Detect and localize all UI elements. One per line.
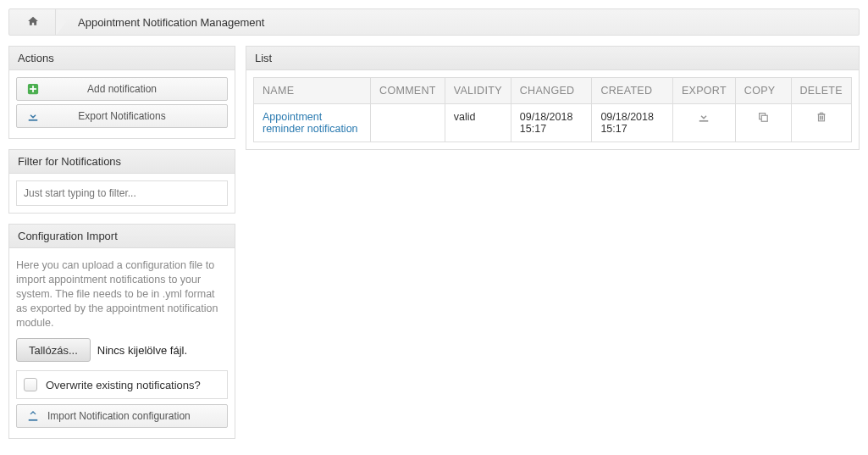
add-notification-button[interactable]: Add notification: [16, 77, 228, 101]
filter-input[interactable]: [16, 180, 228, 206]
overwrite-row[interactable]: Overwrite existing notifications?: [16, 370, 228, 399]
svg-rect-4: [29, 419, 38, 421]
table-header-row: NAME COMMENT VALIDITY CHANGED CREATED EX…: [254, 78, 852, 104]
actions-panel: Actions Add notification Export Notifica…: [8, 46, 235, 139]
home-icon: [27, 15, 39, 30]
actions-header: Actions: [9, 47, 235, 70]
delete-icon[interactable]: [815, 111, 827, 123]
page-title: Appointment Notification Management: [66, 16, 264, 29]
col-copy[interactable]: COPY: [735, 78, 791, 104]
add-notification-label: Add notification: [41, 83, 218, 95]
notification-table: NAME COMMENT VALIDITY CHANGED CREATED EX…: [253, 77, 852, 142]
filter-header: Filter for Notifications: [9, 150, 235, 174]
filter-panel: Filter for Notifications: [8, 149, 235, 214]
col-comment[interactable]: COMMENT: [371, 78, 445, 104]
col-name[interactable]: NAME: [254, 78, 371, 104]
col-delete[interactable]: DELETE: [791, 78, 851, 104]
svg-rect-5: [699, 120, 709, 122]
col-created[interactable]: CREATED: [592, 78, 673, 104]
col-changed[interactable]: CHANGED: [511, 78, 592, 104]
download-icon: [25, 110, 41, 122]
row-comment: [371, 104, 445, 142]
plus-icon: [25, 83, 41, 95]
breadcrumb: Appointment Notification Management: [8, 8, 860, 36]
table-row: Appointment reminder notification valid …: [254, 104, 852, 142]
breadcrumb-home[interactable]: [9, 9, 56, 35]
import-config-button[interactable]: Import Notification configuration: [16, 404, 228, 428]
overwrite-label: Overwrite existing notifications?: [46, 379, 201, 391]
upload-icon: [25, 410, 41, 422]
config-import-panel: Configuration Import Here you can upload…: [8, 224, 235, 439]
col-export[interactable]: EXPORT: [672, 78, 735, 104]
svg-rect-2: [30, 88, 36, 90]
export-icon[interactable]: [698, 111, 710, 123]
copy-icon[interactable]: [757, 111, 769, 123]
config-import-description: Here you can upload a configuration file…: [16, 258, 228, 330]
list-panel: List NAME COMMENT VALIDITY CHANGED CREAT…: [246, 46, 860, 150]
row-changed: 09/18/2018 15:17: [511, 104, 592, 142]
export-notifications-button[interactable]: Export Notifications: [16, 104, 228, 128]
list-header: List: [246, 47, 859, 70]
col-validity[interactable]: VALIDITY: [445, 78, 511, 104]
row-created: 09/18/2018 15:17: [592, 104, 673, 142]
overwrite-checkbox[interactable]: [24, 378, 37, 391]
import-config-label: Import Notification configuration: [41, 410, 218, 422]
file-status: Nincs kijelölve fájl.: [97, 344, 187, 357]
row-validity: valid: [445, 104, 511, 142]
row-name-link[interactable]: Appointment reminder notification: [263, 111, 358, 135]
svg-rect-7: [761, 115, 767, 121]
export-notifications-label: Export Notifications: [41, 110, 218, 122]
config-import-header: Configuration Import: [9, 225, 235, 248]
browse-button[interactable]: Tallózás...: [16, 338, 91, 362]
svg-rect-3: [29, 119, 38, 121]
